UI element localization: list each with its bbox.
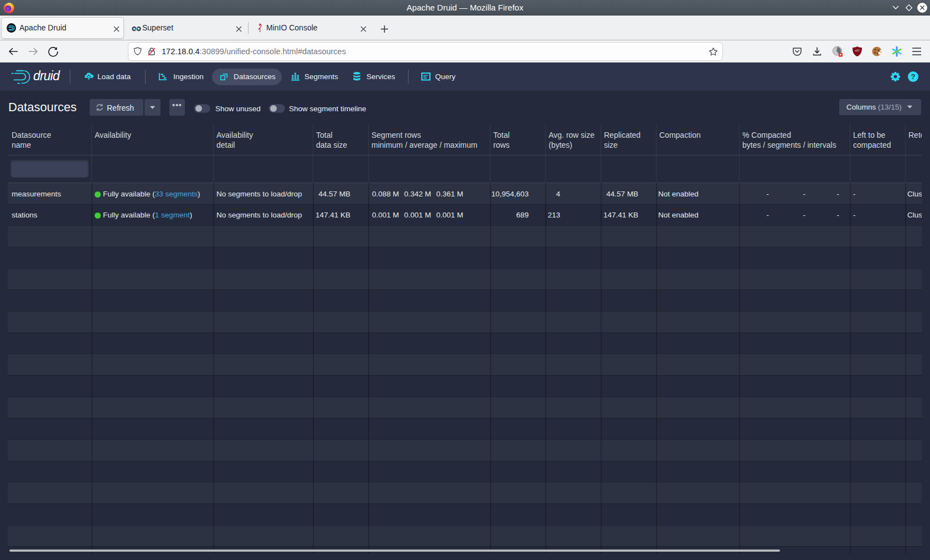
svg-text:uO: uO (855, 49, 859, 52)
svg-text:?: ? (911, 72, 916, 81)
